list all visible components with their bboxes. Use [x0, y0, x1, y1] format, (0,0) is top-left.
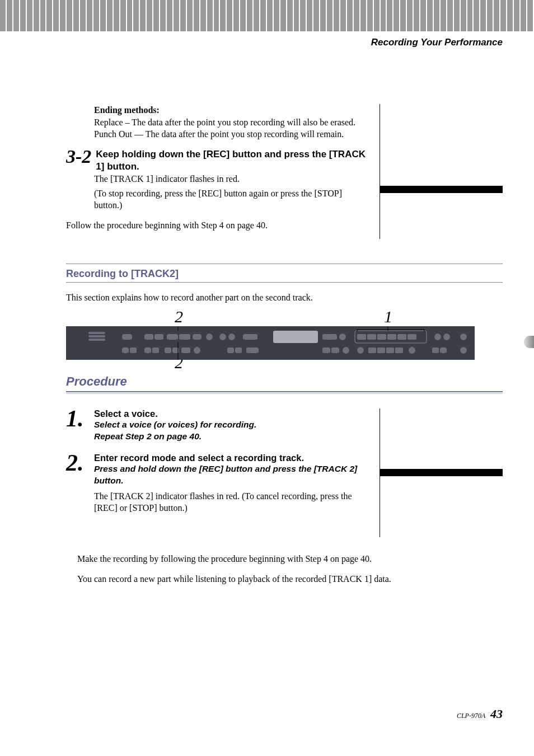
step-1-sub1: Select a voice (or voices) for recording…: [94, 419, 368, 431]
svg-rect-31: [165, 348, 171, 353]
svg-point-46: [409, 347, 415, 354]
svg-point-24: [434, 334, 441, 340]
page-footer: CLP-970A 43: [457, 707, 503, 721]
step-1-sub2: Repeat Step 2 on page 40.: [94, 431, 368, 443]
page-header-title: Recording Your Performance: [371, 37, 503, 48]
svg-rect-18: [357, 334, 366, 340]
section-title-track2: Recording to [TRACK2]: [66, 268, 503, 280]
procedure-heading: Procedure: [66, 374, 503, 389]
svg-rect-42: [368, 348, 376, 353]
svg-rect-3: [88, 339, 105, 341]
svg-rect-23: [407, 334, 416, 340]
svg-rect-33: [181, 348, 190, 353]
svg-point-40: [343, 347, 349, 354]
svg-rect-30: [152, 348, 159, 353]
svg-rect-39: [331, 348, 339, 353]
svg-rect-13: [243, 334, 257, 340]
svg-rect-27: [122, 348, 129, 353]
svg-point-26: [460, 334, 467, 340]
top-decorative-bars: [0, 0, 534, 31]
svg-point-25: [443, 334, 450, 340]
svg-point-49: [460, 347, 467, 354]
svg-rect-8: [179, 334, 190, 340]
svg-rect-28: [130, 348, 137, 353]
step-2-detail: The [TRACK 2] indicator flashes in red. …: [94, 490, 368, 514]
footer-page-number: 43: [490, 707, 503, 721]
page-tab-edge: [524, 336, 534, 348]
svg-rect-35: [227, 348, 234, 353]
svg-rect-5: [144, 334, 153, 340]
svg-rect-6: [154, 334, 163, 340]
sidebar-black-bar-1: [380, 186, 503, 193]
svg-rect-22: [397, 334, 406, 340]
panel-callout-1: 1: [384, 307, 392, 326]
ending-methods-heading: Ending methods:: [94, 105, 160, 115]
svg-rect-37: [246, 348, 259, 353]
svg-rect-45: [395, 348, 403, 353]
tail-line-1: Make the recording by following the proc…: [77, 553, 503, 565]
svg-point-41: [357, 347, 364, 354]
svg-rect-29: [144, 348, 151, 353]
svg-rect-48: [440, 348, 447, 353]
svg-rect-36: [235, 348, 242, 353]
step-2-sub1: Press and hold down the [REC] button and…: [94, 463, 368, 487]
sidebar-black-bar-2: [380, 469, 503, 476]
svg-rect-1: [88, 332, 105, 334]
svg-point-12: [228, 334, 235, 340]
svg-rect-9: [193, 334, 202, 340]
step-2-number: 2.: [66, 449, 84, 476]
svg-point-11: [219, 334, 226, 340]
svg-rect-38: [322, 348, 330, 353]
step-2-title: Enter record mode and select a recording…: [94, 453, 368, 463]
step-1-number: 1.: [66, 405, 84, 432]
step-3-2-line1: The [TRACK 1] indicator flashes in red.: [94, 173, 368, 185]
step-1-title: Select a voice.: [94, 408, 368, 419]
step-3-2-number: 3-2: [66, 148, 91, 166]
svg-rect-47: [432, 348, 439, 353]
svg-rect-44: [386, 348, 394, 353]
svg-rect-7: [167, 334, 178, 340]
svg-rect-20: [377, 334, 386, 340]
svg-rect-19: [367, 334, 376, 340]
svg-point-16: [339, 334, 346, 340]
svg-rect-4: [122, 334, 132, 340]
step-3-2-title: Keep holding down the [REC] button and p…: [66, 148, 368, 173]
section-intro: This section explains how to record anot…: [66, 292, 503, 304]
svg-rect-15: [322, 334, 337, 340]
footer-model: CLP-970A: [457, 712, 485, 720]
step-3-2-line2: (To stop recording, press the [REC] butt…: [94, 187, 368, 212]
ending-replace-text: Replace – The data after the point you s…: [94, 118, 355, 127]
svg-point-10: [206, 334, 213, 340]
ending-punchout-text: Punch Out — The data after the point you…: [94, 129, 344, 139]
tail-line-2: You can record a new part while listenin…: [77, 573, 503, 585]
svg-rect-43: [377, 348, 385, 353]
step-3-2-follow: Follow the procedure beginning with Step…: [66, 219, 368, 232]
svg-point-34: [194, 347, 200, 354]
svg-rect-21: [387, 334, 396, 340]
svg-rect-14: [273, 331, 318, 343]
svg-rect-2: [88, 335, 105, 337]
control-panel-diagram: 2 2 1: [66, 313, 475, 369]
panel-callout-2-top: 2: [175, 307, 183, 326]
